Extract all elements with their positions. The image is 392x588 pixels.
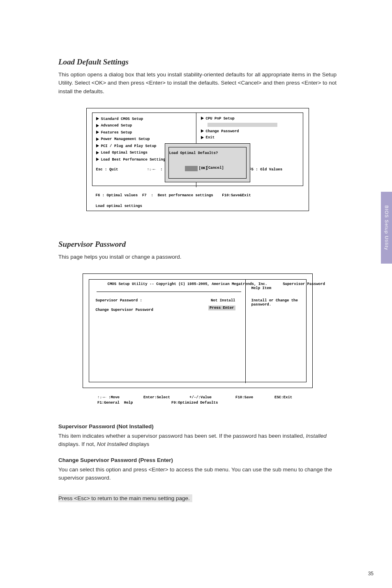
legend-item: F10:Save — [235, 395, 274, 400]
bios1-footer-row2: Load optimal settings — [96, 204, 251, 208]
dialog-text: Load Optimal Defaults? — [169, 151, 218, 155]
section1-title: Load Default Settings — [58, 57, 337, 67]
press-enter-highlight: Press Enter — [208, 305, 235, 310]
legend-item: F9:Optimized Defaults — [171, 401, 218, 405]
page-number: 35 — [368, 571, 374, 577]
sub2-text: You can select this option and press <En… — [58, 466, 337, 482]
bios1-left-item: Features Setup — [101, 131, 132, 135]
bios-dialog-screenshot-1: Standard CMOS Setup Advanced Setup Featu… — [86, 108, 309, 211]
bios-dialog-screenshot-2: CMOS Setup Utility -- Copyright (C) 1985… — [83, 273, 313, 388]
sub1-text: This item indicates whether a supervisor… — [58, 432, 337, 449]
section2-body: This page helps you install or change a … — [58, 253, 337, 261]
section2-title: Supervisor Password — [58, 240, 337, 249]
bios1-right-item: Exit — [206, 136, 215, 140]
bios2-row-label: Change Supervisor Password — [96, 305, 153, 315]
bios1-left-item: Standard CMOS Setup — [101, 117, 143, 121]
bios1-left-item: Advanced Setup — [101, 124, 132, 128]
bios1-left-item: Load Best Performance Settings — [101, 158, 168, 162]
ok-highlight — [185, 166, 198, 171]
legend-item: Enter:Select — [143, 395, 189, 400]
bios2-row-value: Not Install — [211, 296, 235, 305]
bios2-help-header: Help Item — [251, 286, 301, 290]
bios1-right-item: Change Password — [206, 129, 239, 133]
legend-item: F1:General Help — [97, 401, 171, 405]
legend-item: ESC:Exit — [274, 395, 292, 400]
sub1-title: Supervisor Password (Not Installed) — [58, 423, 337, 430]
bios1-left-item: Power Management Setup — [101, 137, 150, 141]
legend-item: ↑↓→← :Move — [97, 395, 143, 400]
esc-note: Press <Esc> to return to the main menu s… — [58, 494, 192, 502]
dialog-cancel: [Cancel] — [206, 166, 224, 170]
bios2-row-label: Supervisor Password : — [96, 296, 142, 305]
section1-body: This option opens a dialog box that lets… — [58, 71, 337, 96]
legend-item: +/-/:Value — [189, 395, 235, 400]
load-defaults-dialog: Load Optimal Defaults? [OK] [Cancel] — [165, 143, 250, 182]
bios2-header: CMOS Setup Utility -- Copyright (C) 1985… — [108, 282, 325, 286]
bios1-right-item: CPU PnP Setup — [206, 117, 235, 121]
bios2-help-text: Install or Change the password. — [251, 299, 301, 307]
sub2-title: Change Supervisor Password (Press Enter) — [58, 457, 337, 463]
bios1-footer-row1: F6 : Optimal values F7 : Best performanc… — [96, 193, 251, 198]
hardware-monitor-highlight — [208, 123, 277, 127]
bios1-left-item: Load Optimal Settings — [101, 151, 148, 155]
bios1-left-item: PCI / Plug and Play Setup — [101, 144, 157, 148]
